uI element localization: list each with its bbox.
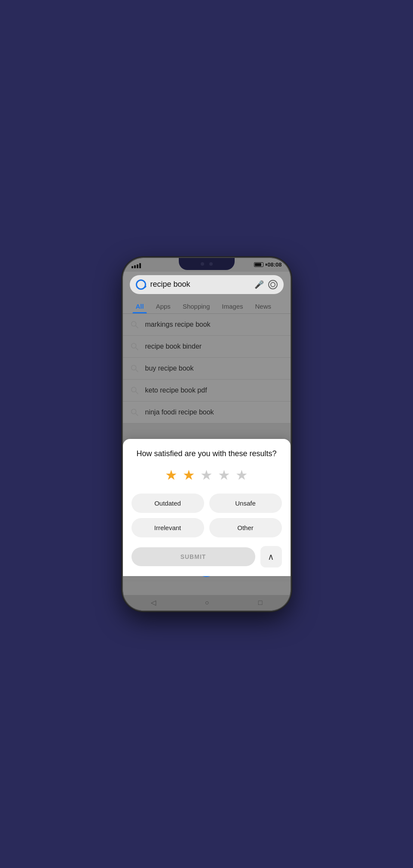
signal-bar-2 [134,265,136,268]
chevron-up-button[interactable]: ∧ [260,546,282,567]
search-suggestion-icon-3 [130,364,139,373]
lens-icon[interactable] [268,280,278,289]
feedback-outdated-button[interactable]: Outdated [132,494,204,513]
search-logo-icon [136,279,146,290]
microphone-icon[interactable]: 🎤 [254,280,264,289]
feedback-other-button[interactable]: Other [209,518,282,537]
star-5[interactable]: ★ [236,467,248,483]
suggestions-list: markings recipe book recipe book binder … [123,314,291,423]
signal-indicator [132,263,141,268]
feedback-irrelevant-button[interactable]: Irrelevant [132,518,204,537]
search-suggestion-icon-2 [130,342,139,351]
phone-screen: 08:08 recipe book 🎤 All Apps Shopping Im… [123,258,291,610]
svg-point-6 [131,387,136,392]
tabs-bar: All Apps Shopping Images News [123,298,291,314]
submit-button[interactable]: SUBMIT [132,547,255,566]
signal-bar-4 [139,263,141,268]
svg-line-3 [135,347,138,350]
suggestion-item-2[interactable]: recipe book binder [123,336,291,358]
star-3[interactable]: ★ [200,467,213,483]
search-query[interactable]: recipe book [150,280,250,289]
tab-images[interactable]: Images [216,298,249,313]
feedback-buttons: Outdated Unsafe Irrelevant Other [132,494,282,537]
tab-news[interactable]: News [249,298,277,313]
tab-all[interactable]: All [130,298,150,313]
svg-line-9 [135,413,138,416]
search-suggestion-icon-4 [130,386,139,395]
phone-frame: 08:08 recipe book 🎤 All Apps Shopping Im… [123,258,291,610]
battery-fill [255,263,261,266]
svg-line-1 [135,325,138,328]
notch [179,258,235,270]
notch-camera [201,262,204,266]
android-navigation-bar: ◁ ○ □ [123,595,291,610]
signal-bar-1 [132,266,133,268]
svg-point-2 [131,343,136,348]
stars-rating: ★ ★ ★ ★ ★ [132,467,282,483]
satisfaction-title: How satisfied are you with these results… [132,449,282,458]
android-back-button[interactable]: ◁ [151,598,156,607]
tab-apps[interactable]: Apps [150,298,177,313]
svg-point-4 [131,365,136,370]
battery-body [254,262,263,267]
star-1[interactable]: ★ [165,467,177,483]
search-suggestion-icon-1 [130,320,139,329]
star-2[interactable]: ★ [183,467,195,483]
feedback-row-1: Outdated Unsafe [132,494,282,513]
suggestion-item-5[interactable]: ninja foodi recipe book [123,402,291,423]
svg-line-7 [135,391,138,394]
search-bar[interactable]: recipe book 🎤 [130,275,284,294]
search-suggestion-icon-5 [130,408,139,417]
signal-bar-3 [137,264,138,268]
search-area: recipe book 🎤 [123,272,291,298]
satisfaction-bottom-sheet: How satisfied are you with these results… [123,439,291,576]
submit-row: SUBMIT ∧ [132,546,282,567]
android-home-button[interactable]: ○ [205,599,209,607]
suggestion-item-4[interactable]: keto recipe book pdf [123,380,291,402]
feedback-unsafe-button[interactable]: Unsafe [209,494,282,513]
suggestion-text-2: recipe book binder [145,343,202,350]
suggestion-item-3[interactable]: buy recipe book [123,358,291,380]
svg-point-8 [131,409,136,414]
svg-point-0 [131,321,136,326]
battery-indicator [254,262,267,267]
notch-sensor [209,262,213,266]
star-4[interactable]: ★ [218,467,230,483]
battery-tip [266,264,267,266]
suggestion-text-1: markings recipe book [145,321,211,328]
android-recent-button[interactable]: □ [258,599,263,607]
suggestion-item-1[interactable]: markings recipe book [123,314,291,336]
suggestion-text-5: ninja foodi recipe book [145,408,214,416]
status-time: 08:08 [267,261,281,268]
feedback-row-2: Irrelevant Other [132,518,282,537]
suggestion-text-4: keto recipe book pdf [145,386,207,394]
suggestion-text-3: buy recipe book [145,365,194,372]
svg-line-5 [135,369,138,372]
tab-shopping[interactable]: Shopping [177,298,216,313]
